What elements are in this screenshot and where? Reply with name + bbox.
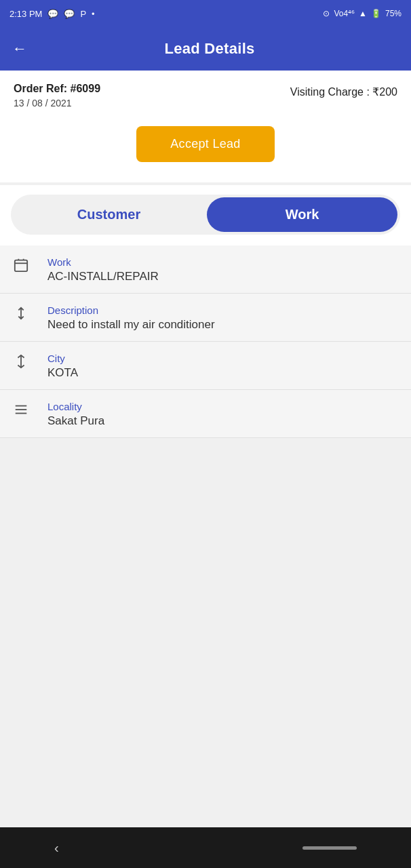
order-date: 13 / 08 / 2021: [14, 98, 100, 108]
locality-detail-item: Locality Sakat Pura: [0, 390, 411, 438]
page-title: Lead Details: [41, 40, 378, 58]
tab-section: Customer Work: [0, 185, 411, 245]
time-display: 2:13 PM: [9, 9, 42, 19]
status-bar-left: 2:13 PM 💬 💬 P •: [9, 9, 95, 19]
work-tab[interactable]: Work: [207, 197, 397, 232]
customer-tab[interactable]: Customer: [14, 197, 204, 232]
msg-icon-2: 💬: [64, 9, 75, 19]
back-button[interactable]: ←: [12, 41, 27, 56]
description-icon: [14, 306, 28, 324]
status-bar-right: ⊙ Vo4⁴⁶ ▲ 🔋 75%: [323, 9, 402, 18]
description-value: Need to install my air conditioner: [47, 318, 397, 332]
description-detail-item: Description Need to install my air condi…: [0, 294, 411, 342]
bottom-space: [0, 438, 411, 827]
city-label: City: [47, 353, 397, 364]
app-icon-p: P: [80, 9, 86, 19]
nav-pill: [302, 846, 357, 850]
msg-icon-1: 💬: [47, 9, 58, 19]
tab-row: Customer Work: [11, 195, 400, 235]
work-icon: [14, 258, 28, 276]
order-info-section: Order Ref: #6099 13 / 08 / 2021 Visiting…: [0, 71, 411, 115]
back-nav-button[interactable]: ‹: [54, 840, 59, 856]
work-value: AC-INSTALL/REPAIR: [47, 270, 397, 283]
battery-icon: 🔋: [371, 9, 381, 18]
locality-label: Locality: [47, 401, 397, 412]
svg-rect-0: [15, 260, 27, 272]
order-left: Order Ref: #6099 13 / 08 / 2021: [14, 83, 100, 108]
locality-icon: [14, 402, 28, 420]
city-icon: [14, 354, 28, 372]
city-detail-item: City KOTA: [0, 342, 411, 390]
app-header: ← Lead Details: [0, 27, 411, 71]
work-label: Work: [47, 256, 397, 268]
battery-percent: 75%: [385, 9, 402, 18]
signal-text: Vo4⁴⁶: [334, 9, 355, 18]
city-value: KOTA: [47, 366, 397, 380]
nav-bar: ‹: [0, 827, 411, 868]
accept-lead-button[interactable]: Accept Lead: [136, 126, 274, 162]
status-bar: 2:13 PM 💬 💬 P • ⊙ Vo4⁴⁶ ▲ 🔋 75%: [0, 0, 411, 27]
signal-bars: ▲: [359, 9, 367, 18]
work-detail-item: Work AC-INSTALL/REPAIR: [0, 245, 411, 294]
order-ref: Order Ref: #6099: [14, 83, 100, 95]
details-list: Work AC-INSTALL/REPAIR Description Need …: [0, 245, 411, 438]
wifi-icon: ⊙: [323, 9, 330, 18]
visiting-charge: Visiting Charge : ₹200: [290, 85, 397, 98]
dot-icon: •: [92, 9, 95, 19]
description-label: Description: [47, 304, 397, 316]
locality-value: Sakat Pura: [47, 414, 397, 428]
accept-btn-wrapper: Accept Lead: [0, 115, 411, 182]
